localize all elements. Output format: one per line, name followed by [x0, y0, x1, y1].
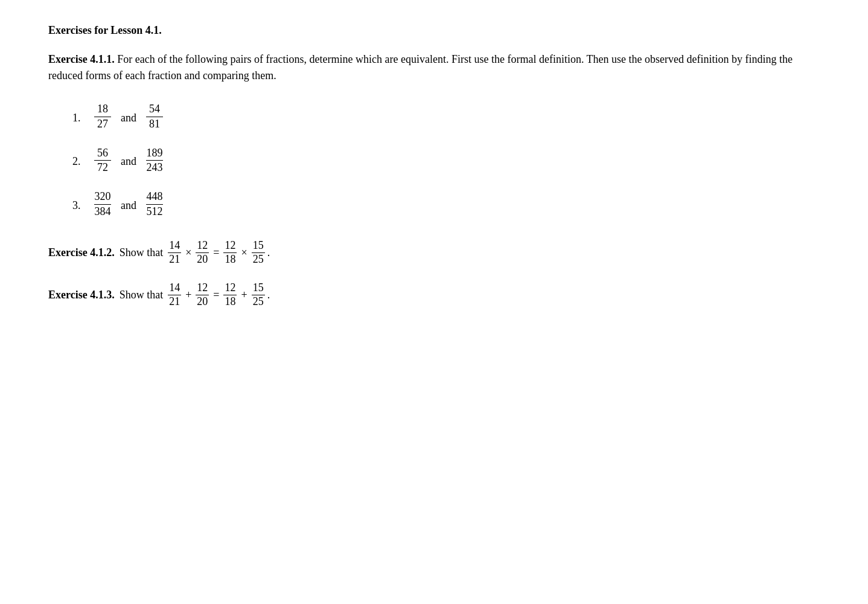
problem-3-frac1-numerator: 320 [94, 191, 111, 205]
problem-3-frac2-denominator: 512 [146, 205, 163, 218]
problem-2-number: 2. [72, 153, 94, 168]
exercise-412-lhs-frac1-den: 21 [168, 253, 181, 266]
problem-1-frac1-denominator: 27 [94, 117, 111, 130]
exercise-412-lhs-frac2-num: 12 [196, 240, 209, 253]
problem-2-row: 2. 56 72 and 189 243 [72, 147, 820, 175]
exercise-412-math: 14 21 × 12 20 = 12 18 × 15 25 . [168, 240, 270, 266]
problem-3-number: 3. [72, 197, 94, 212]
exercise-413-show-that: Show that [120, 286, 164, 304]
exercise-412-block: Exercise 4.1.2. Show that 14 21 × 12 20 … [48, 240, 820, 266]
exercise-412-rhs-frac1: 12 18 [223, 240, 237, 266]
problem-2-and: and [121, 153, 136, 168]
page-container: Exercises for Lesson 4.1. Exercise 4.1.1… [48, 24, 820, 308]
problem-3-frac2-numerator: 448 [146, 191, 163, 205]
problem-1-frac1-numerator: 18 [94, 103, 111, 117]
problem-2-frac1-denominator: 72 [94, 161, 111, 174]
exercise-412-op2: × [239, 244, 249, 262]
problem-2-frac2: 189 243 [146, 147, 163, 175]
exercise-413-op1: + [183, 286, 193, 304]
exercise-411-block: Exercise 4.1.1. For each of the followin… [48, 51, 820, 218]
problem-1-row: 1. 18 27 and 54 81 [72, 103, 820, 130]
exercise-411-description: For each of the following pairs of fract… [48, 53, 793, 82]
exercise-413-lhs-frac2-den: 20 [196, 295, 209, 308]
problem-2-frac1: 56 72 [94, 147, 111, 175]
exercise-413-rhs-frac1-num: 12 [223, 282, 237, 295]
exercise-411-label: Exercise 4.1.1. [48, 53, 115, 65]
exercise-412-period: . [267, 244, 270, 262]
exercise-412-equals: = [211, 244, 221, 262]
problem-1-number: 1. [72, 109, 94, 124]
exercise-413-equals: = [211, 286, 221, 304]
problem-1-frac2-numerator: 54 [146, 103, 163, 117]
exercise-413-rhs-frac1: 12 18 [223, 282, 237, 308]
exercise-413-label: Exercise 4.1.3. [48, 286, 115, 304]
exercise-413-rhs-frac1-den: 18 [223, 295, 237, 308]
problem-3-frac1: 320 384 [94, 191, 111, 218]
exercise-413-rhs-frac2-den: 25 [252, 295, 265, 308]
exercise-413-lhs-frac1-den: 21 [168, 295, 181, 308]
exercise-412-lhs-frac1-num: 14 [168, 240, 181, 253]
exercise-413-rhs-frac2-num: 15 [252, 282, 265, 295]
exercise-412-op1: × [183, 244, 193, 262]
problem-3-and: and [121, 197, 136, 212]
exercise-412-rhs-frac2-num: 15 [252, 240, 265, 253]
problem-2-frac1-numerator: 56 [94, 147, 111, 161]
exercise-412-label: Exercise 4.1.2. [48, 244, 115, 262]
exercise-412-lhs-frac2-den: 20 [196, 253, 209, 266]
exercise-413-math: 14 21 + 12 20 = 12 18 + 15 25 . [168, 282, 270, 308]
problem-3-row: 3. 320 384 and 448 512 [72, 191, 820, 218]
problem-3-frac1-denominator: 384 [94, 205, 111, 218]
exercise-412-lhs-frac2: 12 20 [196, 240, 209, 266]
exercise-412-show-that: Show that [120, 244, 164, 262]
problem-1-frac1: 18 27 [94, 103, 111, 130]
exercise-411-intro: Exercise 4.1.1. For each of the followin… [48, 51, 820, 84]
problem-1-and: and [121, 109, 136, 124]
problem-3-frac2: 448 512 [146, 191, 163, 218]
exercise-413-block: Exercise 4.1.3. Show that 14 21 + 12 20 … [48, 282, 820, 308]
page-title: Exercises for Lesson 4.1. [48, 24, 820, 37]
problem-1-frac2: 54 81 [146, 103, 163, 130]
exercise-412-rhs-frac1-den: 18 [223, 253, 237, 266]
exercise-413-lhs-frac1-num: 14 [168, 282, 181, 295]
exercise-413-op2: + [239, 286, 249, 304]
problem-1-frac2-denominator: 81 [146, 117, 163, 130]
problem-2-frac2-denominator: 243 [146, 161, 163, 174]
exercise-413-lhs-frac2: 12 20 [196, 282, 209, 308]
problem-2-frac2-numerator: 189 [146, 147, 163, 161]
exercise-413-period: . [267, 286, 270, 304]
exercise-412-rhs-frac2: 15 25 [252, 240, 265, 266]
exercise-413-lhs-frac1: 14 21 [168, 282, 181, 308]
exercise-412-rhs-frac1-num: 12 [223, 240, 237, 253]
exercise-413-rhs-frac2: 15 25 [252, 282, 265, 308]
exercise-412-lhs-frac1: 14 21 [168, 240, 181, 266]
problems-list: 1. 18 27 and 54 81 2. 56 72 and [72, 103, 820, 218]
exercise-413-lhs-frac2-num: 12 [196, 282, 209, 295]
exercise-412-rhs-frac2-den: 25 [252, 253, 265, 266]
